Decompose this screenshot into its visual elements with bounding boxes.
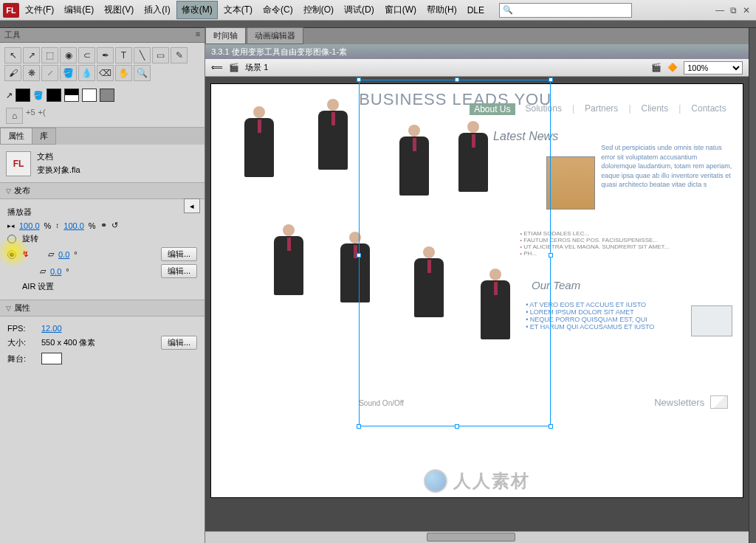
option-text2: +( [38, 108, 46, 124]
zoom-tool[interactable]: 🔍 [134, 65, 151, 81]
edit-button-2[interactable]: 编辑... [161, 264, 197, 278]
document-title-bar: 3.3.1 使用变形工具自由变形图像-1-素 [205, 44, 749, 59]
swap-colors[interactable] [100, 89, 114, 102]
minimize-button[interactable]: — [715, 5, 724, 15]
right-dock[interactable] [749, 28, 756, 543]
menu-view[interactable]: 视图(V) [100, 1, 138, 18]
sub-toolbar [0, 21, 756, 28]
stroke-color[interactable] [16, 89, 30, 102]
document-info: FL 文档 变换对象.fla [0, 145, 205, 182]
zoom-select[interactable]: 100% [684, 61, 743, 75]
menu-insert[interactable]: 插入(I) [140, 1, 174, 18]
fps-value[interactable]: 12.00 [41, 324, 62, 333]
search-input[interactable]: 🔍 [499, 3, 632, 18]
tab-properties[interactable]: 属性 [0, 128, 32, 145]
properties-panel: 属性 库 FL 文档 变换对象.fla 发布 播放器 ▸◂100.0% ↕100… [0, 128, 205, 543]
rotate-radio[interactable] [7, 235, 16, 243]
collapse-icon[interactable]: ◂ [184, 198, 200, 213]
back-icon[interactable]: ⟸ [211, 63, 223, 72]
menu-debug[interactable]: 调试(D) [340, 1, 379, 18]
stage-color[interactable] [41, 353, 62, 364]
canvas-area[interactable]: BUSINESS LEADS YOU About Us Solutions| P… [205, 77, 749, 531]
lasso-tool[interactable]: ⊂ [78, 47, 95, 63]
eyedropper-tool[interactable]: 💧 [78, 65, 95, 81]
list-item: UT ALICIETRA VEL MAGNA. SUNDRERIT SIT AM… [520, 243, 734, 250]
text-tool[interactable]: T [115, 47, 132, 63]
player-label: 播放器 [7, 207, 37, 218]
edit-button-1[interactable]: 编辑... [161, 247, 197, 261]
tab-library[interactable]: 库 [32, 128, 56, 145]
eraser-tool[interactable]: ⌫ [97, 65, 114, 81]
tools-grid: ↖ ↗ ⬚ ◉ ⊂ ✒ T ╲ ▭ ✎ 🖌 ❋ ⟋ 🪣 💧 ⌫ ✋ 🔍 [0, 43, 205, 86]
workspace: 工具≡ ↖ ↗ ⬚ ◉ ⊂ ✒ T ╲ ▭ ✎ 🖌 ❋ ⟋ 🪣 💧 ⌫ ✋ 🔍 … [0, 28, 756, 543]
menu-edit[interactable]: 编辑(E) [60, 1, 98, 18]
menu-modify[interactable]: 修改(M) [176, 1, 218, 19]
edit-symbol-icon[interactable]: 🔶 [667, 63, 678, 72]
3d-rotate-tool[interactable]: ◉ [60, 47, 77, 63]
line-tool[interactable]: ╲ [134, 47, 151, 63]
edit-scene-icon[interactable]: 🎬 [651, 63, 662, 72]
app-icon: FL [3, 3, 19, 18]
restore-button[interactable]: ⧉ [730, 5, 737, 15]
hand-tool[interactable]: ✋ [115, 65, 132, 81]
subselect-tool[interactable]: ↗ [23, 47, 40, 63]
menu-help[interactable]: 帮助(H) [422, 1, 461, 18]
panel-menu-icon[interactable]: ≡ [196, 30, 200, 41]
search-icon: 🔍 [500, 5, 516, 15]
window-controls: — ⧉ ✕ [715, 5, 753, 15]
skew-v2[interactable]: 0.0 [50, 267, 61, 276]
paint-bucket-tool[interactable]: 🪣 [60, 65, 77, 81]
pen-tool[interactable]: ✒ [97, 47, 114, 63]
bw-swap[interactable] [64, 89, 79, 102]
tab-motion-editor[interactable]: 动画编辑器 [247, 27, 303, 44]
free-transform-tool[interactable]: ⬚ [41, 47, 58, 63]
menu-control[interactable]: 控制(O) [299, 1, 338, 18]
scale-w[interactable]: 100.0 [19, 221, 40, 230]
rectangle-tool[interactable]: ▭ [152, 47, 169, 63]
team-image [691, 305, 732, 336]
edit-size-button[interactable]: 编辑... [161, 336, 197, 350]
cursor-indicator: ↯ [22, 249, 29, 259]
brush-tool[interactable]: 🖌 [4, 65, 21, 81]
close-button[interactable]: ✕ [743, 5, 750, 15]
air-label: AIR 设置 [22, 281, 54, 292]
menu-command[interactable]: 命令(C) [258, 1, 298, 18]
fill-color[interactable] [47, 89, 61, 102]
no-color[interactable] [82, 89, 97, 102]
scale-h[interactable]: 100.0 [63, 221, 84, 230]
color-swatches: ↗ 🪣 [0, 86, 205, 105]
skew-icon2: ▱ [40, 266, 46, 276]
nav-contacts: Contacts [691, 103, 726, 115]
list-item: FAUTUM CEROS NEC POS. FACISUSPENISSE... [520, 237, 734, 243]
doc-tabs: 时间轴 动画编辑器 [205, 28, 749, 44]
deco-tool[interactable]: ❋ [23, 65, 40, 81]
selection-box[interactable] [359, 80, 551, 426]
left-panels: 工具≡ ↖ ↗ ⬚ ◉ ⊂ ✒ T ╲ ▭ ✎ 🖌 ❋ ⟋ 🪣 💧 ⌫ ✋ 🔍 … [0, 28, 205, 543]
publish-section[interactable]: 发布 [0, 182, 205, 199]
tool-options: ⌂ +5 +( [0, 105, 205, 128]
attrs-section[interactable]: 属性 [0, 300, 205, 317]
watermark: 人人素材 [424, 469, 530, 493]
snap-option[interactable]: ⌂ [6, 108, 23, 124]
menu-text[interactable]: 文本(T) [219, 1, 257, 18]
scroll-thumb[interactable] [427, 533, 515, 542]
menu-window[interactable]: 窗口(W) [380, 1, 421, 18]
selection-tool[interactable]: ↖ [4, 47, 21, 63]
horizontal-scrollbar[interactable] [205, 531, 749, 543]
skew-icon1: ▱ [48, 249, 54, 259]
menu-file[interactable]: 文件(F) [21, 1, 58, 18]
pencil-tool[interactable]: ✎ [171, 47, 188, 63]
stage-label: 舞台: [7, 353, 37, 364]
skew-radio[interactable] [7, 250, 16, 259]
panel-tabs: 属性 库 [0, 128, 205, 145]
bone-tool[interactable]: ⟋ [41, 65, 58, 81]
tab-timeline[interactable]: 时间轴 [205, 27, 246, 44]
envelope-icon [710, 395, 728, 409]
menu-dle[interactable]: DLE [463, 3, 489, 18]
nav-partners: Partners [585, 103, 618, 115]
watermark-text: 人人素材 [453, 469, 530, 493]
main-area: 时间轴 动画编辑器 3.3.1 使用变形工具自由变形图像-1-素 ⟸ 🎬 场景 … [205, 28, 749, 543]
scene-name[interactable]: 场景 1 [245, 62, 268, 73]
stage[interactable]: BUSINESS LEADS YOU About Us Solutions| P… [211, 84, 743, 497]
skew-v1[interactable]: 0.0 [58, 250, 69, 259]
